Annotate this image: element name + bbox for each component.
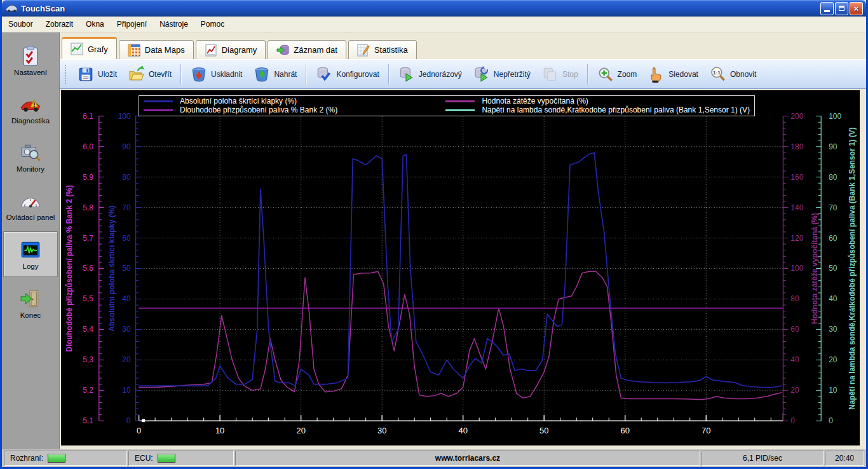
svg-text:60: 60 <box>122 234 131 243</box>
menu-item-okna[interactable]: Okna <box>79 17 111 31</box>
dashboard-icon <box>19 190 42 212</box>
svg-text:Dlouhodobé přizpůsobení paliva: Dlouhodobé přizpůsobení paliva % Bank 2 … <box>65 185 74 351</box>
svg-text:120: 120 <box>790 234 803 243</box>
sidebar-item-konec[interactable]: Konec <box>3 281 58 325</box>
exit-icon <box>19 288 42 309</box>
tab-label: Grafy <box>88 44 108 54</box>
tab-label: Diagramy <box>222 45 257 55</box>
svg-text:0: 0 <box>137 426 141 435</box>
sidebar-item-logy[interactable]: Logy <box>3 231 58 277</box>
legend-swatch <box>144 109 173 111</box>
car-app-icon <box>5 3 18 13</box>
nahrat-button[interactable]: Nahrát <box>248 64 302 85</box>
menu-bar: SouborZobrazitOknaPřipojeníNástrojePomoc <box>2 17 866 32</box>
save-icon <box>78 66 94 83</box>
tab-bar: GrafyData MapsDiagramyZáznam datStatisti… <box>60 32 866 59</box>
svg-text:140: 140 <box>790 203 803 212</box>
legend-label: Hodnota zátěže vypočítaná (%) <box>482 97 588 105</box>
menu-item-nastroje[interactable]: Nástroje <box>153 17 194 31</box>
single-shot-icon <box>398 66 415 83</box>
sidebar-item-diagnostika[interactable]: Diagnostika <box>3 86 58 131</box>
svg-text:5,2: 5,2 <box>83 386 93 395</box>
sidebar: NastaveníDiagnostikaMonitoryOvládací pan… <box>2 32 60 449</box>
website-cell: www.torriacars.cz <box>235 451 700 466</box>
tab-data-maps[interactable]: Data Maps <box>119 40 194 59</box>
legend-item-0: Absolutní poloha škrtící klapky (%) <box>144 97 445 105</box>
svg-text:5,4: 5,4 <box>83 325 93 334</box>
zoom-icon <box>597 66 614 83</box>
chart-svg[interactable]: 0102030405060705,15,25,35,45,55,65,75,85… <box>61 90 860 445</box>
svg-text:100: 100 <box>118 112 131 121</box>
restore-button[interactable] <box>835 2 848 15</box>
close-button[interactable]: × <box>850 2 863 15</box>
toolbar-button-label: Uskladnit <box>211 70 242 79</box>
interface-led-icon <box>48 454 65 463</box>
toolbar-button-label: Jednorázový <box>419 70 462 79</box>
upload-icon <box>254 66 270 83</box>
svg-text:20: 20 <box>122 355 131 364</box>
svg-text:50: 50 <box>829 264 837 273</box>
konfigurovat-button[interactable]: Konfigurovat <box>310 64 384 85</box>
svg-text:40: 40 <box>790 355 799 364</box>
sidebar-item-label: Nastavení <box>14 69 47 76</box>
legend-item-3: Napětí na lambda sondě,Krátkodobé přizpů… <box>445 106 750 114</box>
sidebar-item-label: Diagnostika <box>11 117 50 125</box>
ecu-label: ECU: <box>135 454 153 463</box>
interface-label: Rozhraní: <box>10 454 43 463</box>
otevrit-button[interactable]: Otevřít <box>123 64 177 85</box>
stop-icon <box>542 66 559 83</box>
toolbar-button-label: Stop <box>562 70 578 79</box>
status-bar: Rozhraní: ECU: www.torriacars.cz 6,1 PID… <box>2 449 866 467</box>
obnovit-button[interactable]: 1:1Obnovit <box>704 64 762 85</box>
store-icon <box>191 66 207 83</box>
settings-icon <box>19 45 42 67</box>
svg-text:60: 60 <box>790 325 799 334</box>
sledovat-button[interactable]: Sledovat <box>642 64 704 85</box>
svg-text:80: 80 <box>122 173 131 182</box>
toolbar-button-label: Sledovat <box>668 70 698 79</box>
menu-item-soubor[interactable]: Soubor <box>2 17 39 31</box>
ecu-status-cell: ECU: <box>128 451 234 466</box>
tab-zaznam-dat[interactable]: Záznam dat <box>268 40 346 59</box>
menu-item-pripojeni[interactable]: Připojení <box>111 17 153 31</box>
follow-icon <box>648 66 665 83</box>
content-column: GrafyData MapsDiagramyZáznam datStatisti… <box>60 32 866 449</box>
minimize-button[interactable] <box>820 2 834 15</box>
zoom-button[interactable]: Zoom <box>592 64 643 85</box>
sidebar-item-monitory[interactable]: Monitory <box>3 135 58 179</box>
menu-item-zobrazit[interactable]: Zobrazit <box>39 17 79 31</box>
svg-text:100: 100 <box>829 112 841 121</box>
svg-text:5,7: 5,7 <box>83 234 93 243</box>
svg-text:180: 180 <box>790 142 803 151</box>
sidebar-item-ovladaci-panel[interactable]: Ovládací panel <box>3 183 58 228</box>
menu-item-pomoc[interactable]: Pomoc <box>194 17 231 31</box>
diagnostics-icon <box>19 93 42 115</box>
svg-text:60: 60 <box>621 426 630 435</box>
uskladnit-button[interactable]: Uskladnit <box>185 64 248 85</box>
legend-column: Absolutní poloha škrtící klapky (%)Dlouh… <box>144 97 445 114</box>
tab-grafy[interactable]: Grafy <box>62 37 117 59</box>
svg-text:40: 40 <box>458 426 467 435</box>
jednorazovy-button[interactable]: Jednorázový <box>393 64 468 85</box>
svg-text:70: 70 <box>122 203 131 212</box>
tab-statistika[interactable]: Statistika <box>348 40 417 59</box>
svg-text:Absolutní poloha škrtící klapk: Absolutní poloha škrtící klapky (%) <box>107 205 116 331</box>
toolbar-separator <box>180 64 182 85</box>
chart-panel[interactable]: Absolutní poloha škrtící klapky (%)Dlouh… <box>61 90 860 445</box>
sidebar-item-nastaveni[interactable]: Nastavení <box>3 38 58 83</box>
statistics-icon <box>357 44 370 57</box>
toolbar-grip[interactable] <box>65 65 68 84</box>
title-bar: TouchScan × <box>2 0 866 17</box>
svg-text:0: 0 <box>126 416 131 425</box>
restore-icon <box>839 6 844 11</box>
ulozit-button[interactable]: Uložit <box>72 64 123 85</box>
toolbar-separator <box>587 64 588 85</box>
svg-text:5,8: 5,8 <box>83 203 93 212</box>
tab-label: Statistika <box>374 45 408 55</box>
nepretrzity-button[interactable]: Nepřetržitý <box>468 64 536 85</box>
tab-diagramy[interactable]: Diagramy <box>196 40 266 59</box>
open-icon <box>128 66 145 83</box>
toolbar-separator <box>388 64 390 85</box>
legend-swatch <box>144 100 173 102</box>
sidebar-item-label: Monitory <box>17 165 44 173</box>
